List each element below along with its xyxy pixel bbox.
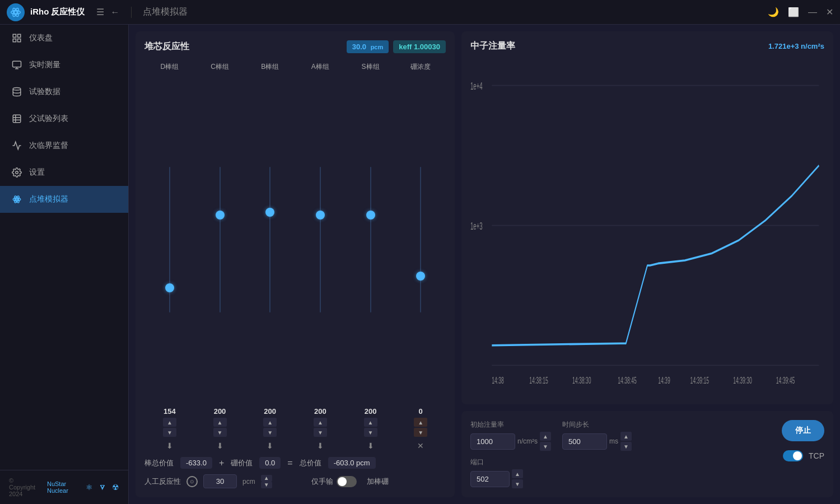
sidebar-item-realtime[interactable]: 实时测量 [0,52,128,78]
slider-C-thumb[interactable] [216,211,225,220]
network-icon[interactable]: ⛛ [99,483,106,492]
settings-right: 停止 TCP [782,420,824,461]
company-link[interactable]: NuStar Nuclear [47,480,74,494]
slider-C: C棒组 200 ▲ ▼ ⬇ [195,62,245,450]
minimize-icon[interactable]: — [808,7,817,17]
port-up[interactable]: ▲ [512,469,523,478]
flux-down[interactable]: ▼ [540,442,551,451]
timestep-down[interactable]: ▼ [620,442,632,451]
sidebar-item-settings[interactable]: 设置 [0,159,128,186]
slider-S-track[interactable] [370,76,372,403]
slider-boron-down[interactable]: ▼ [414,428,427,437]
port-down[interactable]: ▼ [512,479,523,488]
slider-A-thumb[interactable] [316,211,325,220]
slider-S-up[interactable]: ▲ [364,418,377,427]
slider-C-download[interactable]: ⬇ [217,441,223,450]
close-icon[interactable]: ✕ [826,7,833,17]
sidebar-item-subcritical[interactable]: 次临界监督 [0,132,128,159]
slider-B-track[interactable] [269,76,271,403]
slider-B: B棒组 200 ▲ ▼ ⬇ [245,62,295,450]
back-icon[interactable]: ← [111,7,120,17]
titlebar-controls: ☰ ← 点堆模拟器 [96,6,188,18]
sidebar-label-settings: 设置 [29,167,45,178]
slider-C-rail [220,167,221,312]
maximize-icon[interactable]: ⬜ [788,7,799,17]
slider-D-thumb[interactable] [165,283,174,292]
port-input-row: ▲ ▼ [470,469,523,488]
svg-rect-8 [13,61,21,67]
page-title: 点堆模拟器 [143,6,188,18]
slider-B-down[interactable]: ▼ [263,428,277,437]
flux-panel-title: 中子注量率 [470,40,515,52]
timestep-input[interactable] [562,433,607,450]
slider-B-thumb[interactable] [265,208,274,217]
keff-badge: keff 1.00030 [393,40,446,53]
slider-S-value: 200 [365,407,377,416]
atom-small-icon[interactable]: ⚛ [86,483,93,492]
slider-A-rail [320,167,321,312]
manual-only-toggle[interactable]: 仅手输 [311,476,357,487]
slider-A-down[interactable]: ▼ [314,428,327,437]
rod-total-label: 棒总价值 [144,458,174,468]
slider-D-up[interactable]: ▲ [163,418,176,427]
slider-B-up[interactable]: ▲ [263,418,277,427]
slider-C-up[interactable]: ▲ [213,418,227,427]
sidebar-item-parent-exp[interactable]: 父试验列表 [0,105,128,132]
sidebar: 仪表盘 实时测量 试验数据 [0,25,129,504]
sidebar-item-dashboard[interactable]: 仪表盘 [0,25,128,52]
shield-icon[interactable]: ☢ [112,483,119,492]
slider-boron-thumb[interactable] [416,272,425,281]
port-input[interactable] [470,471,510,487]
manual-reactivity-input[interactable] [203,474,237,488]
sliders-area: D棒组 154 ▲ ▼ ⬇ C棒组 [144,62,446,450]
reactor-panel-badges: 30.0 pcm keff 1.00030 [347,40,446,53]
tcp-toggle-thumb [793,451,802,460]
slider-C-down[interactable]: ▼ [213,428,227,437]
flux-steppers: ▲ ▼ [540,432,551,451]
app-name: iRho 反应性仪 [30,7,85,17]
slider-boron-track[interactable] [419,76,422,403]
sidebar-item-simulator[interactable]: 点堆模拟器 [0,186,128,213]
flux-up[interactable]: ▲ [540,432,551,441]
slider-A-download[interactable]: ⬇ [317,441,324,450]
sidebar-item-experiment[interactable]: 试验数据 [0,78,128,105]
total-label: 总价值 [300,458,321,468]
timestep-unit: ms [609,437,618,445]
slider-D-track[interactable] [169,76,171,403]
slider-D-down[interactable]: ▼ [163,428,176,437]
stop-button[interactable]: 停止 [782,420,824,441]
manual-up[interactable]: ▲ [261,475,272,482]
sidebar-label-realtime: 实时测量 [29,60,60,70]
manual-steppers: ▲ ▼ [261,475,272,488]
svg-text:1e+3: 1e+3 [470,221,483,232]
manual-down[interactable]: ▼ [261,482,272,488]
slider-S-thumb[interactable] [366,211,375,220]
table-icon [11,113,22,124]
slider-D-download[interactable]: ⬇ [166,441,173,450]
slider-S-download[interactable]: ⬇ [367,441,374,450]
rod-total-value: -633.0 [180,457,212,469]
bottom-controls: 棒总价值 -633.0 + 硼价值 0.0 = 总价值 -603.0 pcm 人… [144,457,446,488]
timestep-up[interactable]: ▲ [620,432,632,441]
slider-boron-close[interactable]: ✕ [417,441,424,450]
theme-icon[interactable]: 🌙 [768,7,779,17]
slider-A-steppers: ▲ ▼ [314,418,327,437]
titlebar-window-controls: 🌙 ⬜ — ✕ [768,7,833,17]
menu-icon[interactable]: ☰ [96,7,104,17]
tcp-toggle-track[interactable] [783,450,803,461]
manual-only-label: 仅手输 [311,477,333,487]
slider-A-track[interactable] [319,76,321,403]
slider-A-up[interactable]: ▲ [314,418,327,427]
flux-input[interactable] [470,433,515,450]
copyright-text: © Copyright 2024 [9,477,40,497]
slider-C-track[interactable] [219,76,221,403]
circle-target-icon: ⊙ [186,476,198,487]
slider-boron-up[interactable]: ▲ [414,418,427,427]
slider-S-down[interactable]: ▼ [364,428,377,437]
flux-unit: n/cm²s [517,437,538,445]
slider-boron-rail [420,167,421,312]
chart-area: 1e+4 1e+3 14:38 14:38:15 14:38:30 14:38:… [470,66,824,395]
slider-B-download[interactable]: ⬇ [267,441,273,450]
boron-label: 硼价值 [231,458,253,468]
manual-toggle-track[interactable] [337,476,357,487]
